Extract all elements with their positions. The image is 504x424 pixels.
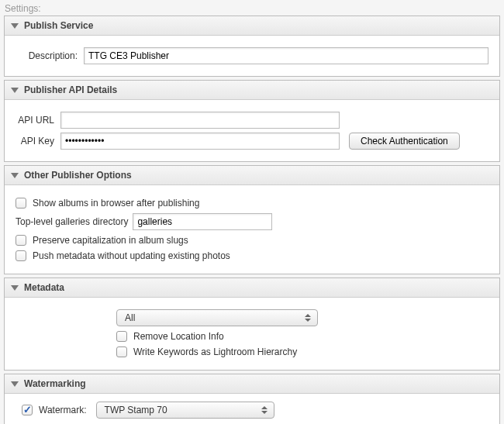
api-url-label: API URL	[16, 115, 54, 126]
write-keywords-label: Write Keywords as Lightroom Hierarchy	[133, 346, 297, 357]
panel-publish-service: Publish Service Description:	[4, 16, 500, 77]
top-galleries-label: Top-level galleries directory	[16, 216, 128, 227]
updown-arrows-icon	[261, 406, 268, 414]
api-key-label: API Key	[16, 136, 54, 147]
panel-body-publish-service: Description:	[5, 36, 499, 76]
panel-body-api-details: API URL API Key Check Authentication	[5, 100, 499, 161]
panel-title: Publish Service	[24, 20, 93, 31]
watermark-select-value: TWP Stamp 70	[105, 405, 167, 415]
push-metadata-checkbox[interactable]	[16, 250, 26, 261]
disclosure-triangle-icon	[11, 23, 19, 29]
panel-api-details: Publisher API Details API URL API Key Ch…	[4, 80, 500, 162]
push-metadata-label: Push metadata without updating existing …	[33, 250, 230, 261]
panel-metadata: Metadata All Remove Location Info Write …	[4, 277, 500, 371]
api-url-input[interactable]	[60, 112, 340, 129]
metadata-select[interactable]: All	[116, 309, 318, 326]
settings-header-label: Settings:	[0, 0, 504, 16]
metadata-select-value: All	[125, 312, 135, 323]
updown-arrows-icon	[305, 314, 311, 322]
panel-header-other-options[interactable]: Other Publisher Options	[5, 166, 499, 185]
preserve-caps-label: Preserve capitalization in album slugs	[33, 235, 188, 246]
panel-title: Metadata	[24, 282, 64, 293]
watermark-checkbox[interactable]	[22, 405, 33, 415]
description-label: Description:	[16, 50, 78, 61]
remove-location-label: Remove Location Info	[133, 331, 224, 342]
remove-location-checkbox[interactable]	[116, 331, 127, 342]
panel-header-publish-service[interactable]: Publish Service	[5, 16, 499, 36]
panel-title: Other Publisher Options	[24, 170, 132, 181]
description-input[interactable]	[84, 47, 488, 64]
watermark-select[interactable]: TWP Stamp 70	[96, 402, 274, 419]
settings-container: Publish Service Description: Publisher A…	[0, 16, 504, 424]
api-key-input[interactable]	[60, 133, 340, 150]
panel-header-api-details[interactable]: Publisher API Details	[5, 81, 499, 100]
panel-title: Publisher API Details	[24, 84, 117, 95]
panel-body-metadata: All Remove Location Info Write Keywords …	[5, 298, 499, 370]
panel-body-watermarking: Watermark: TWP Stamp 70	[5, 394, 499, 424]
panel-title: Watermarking	[24, 378, 86, 389]
check-authentication-button[interactable]: Check Authentication	[349, 133, 460, 150]
panel-body-other-options: Show albums in browser after publishing …	[5, 185, 499, 274]
show-albums-label: Show albums in browser after publishing	[33, 198, 199, 209]
disclosure-triangle-icon	[11, 381, 19, 387]
preserve-caps-checkbox[interactable]	[16, 235, 26, 246]
write-keywords-checkbox[interactable]	[116, 346, 127, 357]
panel-header-metadata[interactable]: Metadata	[5, 278, 499, 298]
watermark-label: Watermark:	[39, 405, 87, 415]
panel-header-watermarking[interactable]: Watermarking	[5, 374, 499, 394]
disclosure-triangle-icon	[11, 285, 19, 291]
disclosure-triangle-icon	[11, 173, 19, 178]
panel-watermarking: Watermarking Watermark: TWP Stamp 70	[4, 374, 500, 424]
disclosure-triangle-icon	[11, 88, 19, 93]
panel-other-options: Other Publisher Options Show albums in b…	[4, 165, 500, 274]
show-albums-checkbox[interactable]	[16, 198, 26, 209]
top-galleries-input[interactable]	[133, 213, 272, 230]
